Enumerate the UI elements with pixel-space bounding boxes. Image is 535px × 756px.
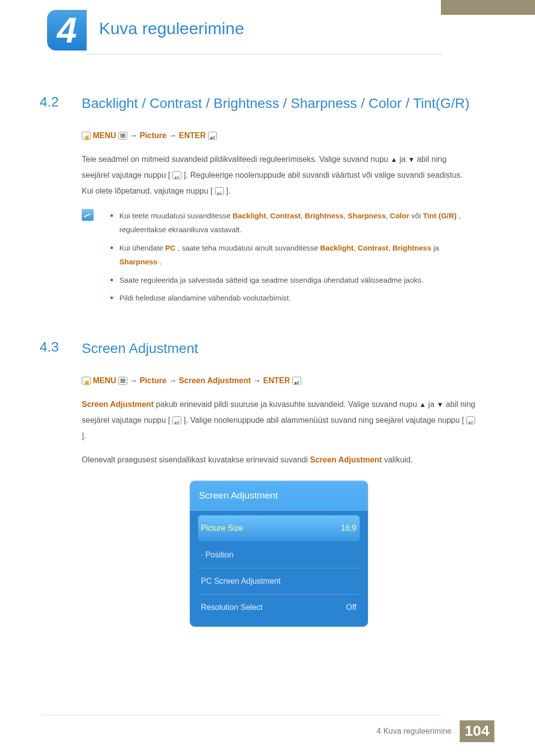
text-fragment: ja <box>399 155 408 163</box>
menu-step-picture: Picture <box>140 376 166 385</box>
highlight-term: Screen Adjustment <box>82 400 154 408</box>
osd-title: Screen Adjustment <box>190 481 368 510</box>
highlight-term: Color <box>390 211 409 220</box>
nav-arrow: → <box>169 376 177 385</box>
highlight-term: Tint (G/R) <box>423 211 457 220</box>
text-fragment: Teie seadmel on mitmeid suvandeid pildik… <box>82 155 390 163</box>
enter-icon <box>466 416 475 424</box>
page-content: 4.2 Backlight / Contrast / Brightness / … <box>40 94 476 627</box>
arrow-down-icon: ▼ <box>437 398 444 411</box>
note-item: Pildi heleduse alandamine vähendab voolu… <box>110 291 476 305</box>
enter-icon <box>215 187 224 195</box>
menu-path: MENU → Picture → Screen Adjustment → ENT… <box>82 373 476 389</box>
text-fragment: Kui ühendate <box>119 244 165 252</box>
chapter-title-divider <box>86 53 442 54</box>
nav-arrow: → <box>129 376 137 385</box>
text-fragment: , <box>354 244 358 252</box>
text-fragment: Kui teete muudatusi suvanditesse <box>119 211 232 220</box>
arrow-down-icon: ▼ <box>408 152 415 166</box>
osd-row[interactable]: PC Screen Adjustment <box>198 568 360 595</box>
section-number: 4.3 <box>40 339 82 355</box>
osd-row-value: 16:9 <box>341 520 356 536</box>
text-fragment: või <box>411 211 423 220</box>
nav-arrow: → <box>169 131 177 140</box>
text-fragment: ja <box>433 244 439 252</box>
note-item: Saate reguleerida ja salvestada sätteid … <box>110 273 476 288</box>
note-block: Kui teete muudatusi suvanditesse Backlig… <box>82 209 476 309</box>
page-footer: 4 Kuva reguleerimine 104 <box>0 715 535 742</box>
chapter-title: Kuva reguleerimine <box>99 19 244 38</box>
menu-step-enter: ENTER <box>179 131 206 140</box>
enter-icon <box>292 377 301 385</box>
enter-icon <box>208 132 217 140</box>
text-fragment: Olenevalt praegusest sisendallikast kuva… <box>82 455 310 464</box>
osd-row[interactable]: Resolution SelectOff <box>198 595 360 620</box>
highlight-term: Sharpness <box>119 257 158 266</box>
page-number-badge: 104 <box>460 720 494 742</box>
footer-chapter-title: Kuva reguleerimine <box>383 727 452 735</box>
paragraph: Teie seadmel on mitmeid suvandeid pildik… <box>82 151 476 199</box>
menu-icon <box>118 377 127 385</box>
text-fragment: , <box>388 244 392 252</box>
osd-body: Picture Size16:9· PositionPC Screen Adju… <box>190 510 368 626</box>
menu-path: MENU → Picture → ENTER <box>82 128 476 144</box>
section-title: Screen Adjustment <box>82 339 198 358</box>
section-4-3-body: MENU → Picture → Screen Adjustment → ENT… <box>82 373 476 627</box>
note-icon <box>82 209 94 221</box>
osd-panel: Screen Adjustment Picture Size16:9· Posi… <box>190 481 368 627</box>
paragraph: Olenevalt praegusest sisendallikast kuva… <box>82 452 476 468</box>
section-title: Backlight / Contrast / Brightness / Shar… <box>82 94 470 113</box>
menu-step-picture: Picture <box>140 131 166 140</box>
menu-icon <box>118 132 127 140</box>
footer-chapter-ref: 4 Kuva reguleerimine <box>376 727 451 736</box>
highlight-term: Brightness <box>305 211 343 220</box>
osd-row-label: · Position <box>201 547 234 563</box>
enter-icon <box>172 171 181 179</box>
section-4-2-header: 4.2 Backlight / Contrast / Brightness / … <box>40 94 476 113</box>
menu-label: MENU <box>93 376 116 385</box>
highlight-term: PC <box>165 244 176 252</box>
section-4-3-header: 4.3 Screen Adjustment <box>40 339 476 358</box>
text-fragment: , saate teha muudatusi ainult suvandites… <box>178 244 321 252</box>
osd-row[interactable]: · Position <box>198 542 360 568</box>
text-fragment: , <box>344 211 348 220</box>
highlight-term: Screen Adjustment <box>310 455 382 464</box>
paragraph: Screen Adjustment pakub erinevaid pildi … <box>82 397 476 444</box>
osd-row-label: PC Screen Adjustment <box>201 573 281 589</box>
menu-label: MENU <box>93 131 116 140</box>
text-fragment: ]. <box>82 432 86 440</box>
nav-arrow: → <box>253 376 261 385</box>
text-fragment: pakub erinevaid pildi suuruse ja kuvasuh… <box>156 400 420 408</box>
note-item: Kui teete muudatusi suvanditesse Backlig… <box>110 209 476 237</box>
footer-divider <box>41 715 442 715</box>
arrow-up-icon: ▲ <box>390 152 397 166</box>
note-item: Kui ühendate PC , saate teha muudatusi a… <box>110 241 476 269</box>
nav-arrow: → <box>129 131 137 140</box>
remote-hand-icon <box>82 377 91 385</box>
highlight-term: Backlight <box>320 244 354 252</box>
section-4-2-body: MENU → Picture → ENTER Teie seadmel on m… <box>82 128 476 199</box>
text-fragment: ]. Valige noolenuppude abil alammenüüst … <box>184 416 464 424</box>
text-fragment: ja <box>428 400 437 408</box>
section-number: 4.2 <box>40 94 82 110</box>
osd-row-label: Picture Size <box>201 520 243 536</box>
highlight-term: Brightness <box>392 244 431 252</box>
menu-step-screen-adjustment: Screen Adjustment <box>179 376 251 385</box>
highlight-term: Backlight <box>232 211 266 220</box>
header-stripe <box>441 0 535 15</box>
osd-row[interactable]: Picture Size16:9 <box>198 515 360 541</box>
osd-row-value: Off <box>346 600 356 615</box>
text-fragment: ]. <box>226 187 230 195</box>
highlight-term: Contrast <box>358 244 388 252</box>
text-fragment: , <box>386 211 390 220</box>
arrow-up-icon: ▲ <box>419 398 426 411</box>
note-list: Kui teete muudatusi suvanditesse Backlig… <box>110 209 476 309</box>
chapter-number-badge: 4 <box>47 10 87 50</box>
highlight-term: Contrast <box>270 211 301 220</box>
osd-row-label: Resolution Select <box>201 600 263 615</box>
text-fragment: valikuid. <box>384 455 413 464</box>
remote-hand-icon <box>82 132 91 140</box>
footer-chapter-number: 4 <box>376 727 381 735</box>
enter-icon <box>172 416 181 424</box>
highlight-term: Sharpness <box>348 211 386 220</box>
